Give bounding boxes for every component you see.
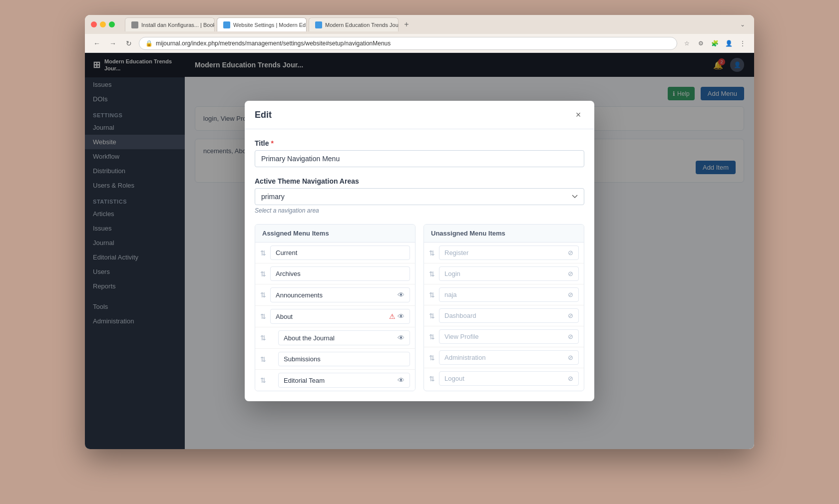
list-item: ⇅ Administration ⊘ bbox=[424, 347, 584, 368]
modal-body: Title * Active Theme Navigation Areas pr… bbox=[245, 129, 594, 401]
menu-item-archives[interactable]: Archives bbox=[270, 266, 410, 281]
close-traffic-light[interactable] bbox=[91, 21, 97, 27]
list-item: ⇅ View Profile ⊘ bbox=[424, 326, 584, 347]
eye-slash-login[interactable]: ⊘ bbox=[568, 270, 573, 277]
list-item: ⇅ Login ⊘ bbox=[424, 263, 584, 284]
drag-handle-current[interactable]: ⇅ bbox=[260, 249, 266, 257]
required-indicator: * bbox=[271, 139, 274, 147]
menu-item-view-profile[interactable]: View Profile ⊘ bbox=[439, 329, 579, 344]
eye-slash-logout[interactable]: ⊘ bbox=[568, 375, 573, 382]
eye-icon-editorial-team[interactable]: 👁 bbox=[398, 376, 405, 384]
drag-handle-dashboard[interactable]: ⇅ bbox=[429, 312, 435, 320]
drag-handle-announcements[interactable]: ⇅ bbox=[260, 291, 266, 299]
modal-close-button[interactable]: × bbox=[572, 109, 584, 121]
eye-slash-administration[interactable]: ⊘ bbox=[568, 354, 573, 361]
assigned-column-header: Assigned Menu Items bbox=[255, 225, 415, 243]
menu-item-naja-label: naja bbox=[444, 291, 457, 298]
list-item: ⇅ Editorial Team 👁 bbox=[255, 370, 415, 391]
menu-item-login[interactable]: Login ⊘ bbox=[439, 266, 579, 281]
item-icons-view-profile: ⊘ bbox=[568, 333, 573, 340]
list-item: ⇅ Logout ⊘ bbox=[424, 368, 584, 389]
menu-item-dashboard[interactable]: Dashboard ⊘ bbox=[439, 308, 579, 323]
browser-tabs: Install dan Konfiguras... | Book × Websi… bbox=[125, 17, 729, 31]
menu-item-view-profile-label: View Profile bbox=[444, 333, 478, 340]
drag-handle-about-journal[interactable]: ⇅ bbox=[260, 334, 266, 342]
window-minimize[interactable]: ⌄ bbox=[737, 19, 748, 30]
eye-slash-view-profile[interactable]: ⊘ bbox=[568, 333, 573, 340]
menu-item-administration[interactable]: Administration ⊘ bbox=[439, 350, 579, 365]
menu-item-announcements-label: Announcements bbox=[276, 291, 323, 299]
menu-item-about-journal[interactable]: About the Journal 👁 bbox=[278, 330, 410, 345]
nav-bar: ← → ↻ 🔒 mijournal.org/index.php/metrends… bbox=[85, 34, 754, 53]
menu-item-announcements[interactable]: Announcements 👁 bbox=[270, 287, 410, 302]
drag-handle-archives[interactable]: ⇅ bbox=[260, 270, 266, 278]
bookmark-icon[interactable]: ☆ bbox=[681, 38, 692, 49]
eye-slash-dashboard[interactable]: ⊘ bbox=[568, 312, 573, 319]
menu-icon[interactable]: ⋮ bbox=[737, 38, 748, 49]
title-form-group: Title * bbox=[255, 139, 584, 167]
forward-button[interactable]: → bbox=[107, 37, 119, 49]
drag-handle-editorial[interactable]: ⇅ bbox=[260, 376, 266, 384]
minimize-traffic-light[interactable] bbox=[100, 21, 106, 27]
drag-handle-naja[interactable]: ⇅ bbox=[429, 291, 435, 299]
drag-handle-logout[interactable]: ⇅ bbox=[429, 375, 435, 383]
item-icons-logout: ⊘ bbox=[568, 375, 573, 382]
unassigned-column: Unassigned Menu Items ⇅ Register ⊘ bbox=[423, 224, 584, 391]
new-tab-button[interactable]: + bbox=[401, 18, 413, 30]
browser-window: Install dan Konfiguras... | Book × Websi… bbox=[85, 15, 754, 449]
tab-3[interactable]: Modern Education Trends Jou... × bbox=[309, 17, 399, 31]
list-item: ⇅ naja ⊘ bbox=[424, 284, 584, 305]
item-icons-about: ⚠ 👁 bbox=[389, 312, 405, 320]
drag-handle-about[interactable]: ⇅ bbox=[260, 312, 266, 320]
tab-3-label: Modern Education Trends Jou... bbox=[325, 22, 399, 28]
eye-icon-about[interactable]: 👁 bbox=[398, 312, 405, 320]
menu-item-about-journal-label: About the Journal bbox=[284, 334, 335, 342]
tab-1[interactable]: Install dan Konfiguras... | Book × bbox=[125, 17, 215, 31]
modal-header: Edit × bbox=[245, 101, 594, 129]
unassigned-column-header: Unassigned Menu Items bbox=[424, 225, 584, 243]
eye-slash-register[interactable]: ⊘ bbox=[568, 249, 573, 256]
title-input[interactable] bbox=[255, 150, 584, 167]
item-icons-administration: ⊘ bbox=[568, 354, 573, 361]
menu-item-logout[interactable]: Logout ⊘ bbox=[439, 371, 579, 386]
extensions-icon[interactable]: 🧩 bbox=[709, 38, 720, 49]
profile-icon[interactable]: 👤 bbox=[723, 38, 734, 49]
menu-columns: Assigned Menu Items ⇅ Current ⇅ bbox=[255, 224, 584, 391]
menu-item-about[interactable]: About ⚠ 👁 bbox=[270, 309, 410, 324]
settings-icon[interactable]: ⚙ bbox=[695, 38, 706, 49]
eye-slash-naja[interactable]: ⊘ bbox=[568, 291, 573, 298]
back-button[interactable]: ← bbox=[91, 37, 103, 49]
menu-item-submissions-label: Submissions bbox=[284, 355, 321, 363]
warning-icon-about: ⚠ bbox=[389, 312, 396, 320]
eye-icon-about-journal[interactable]: 👁 bbox=[398, 334, 405, 342]
list-item: ⇅ Submissions bbox=[255, 349, 415, 370]
drag-handle-register[interactable]: ⇅ bbox=[429, 249, 435, 257]
url-text: mijournal.org/index.php/metrends/managem… bbox=[156, 40, 391, 47]
reload-button[interactable]: ↻ bbox=[123, 37, 135, 49]
menu-item-submissions[interactable]: Submissions bbox=[278, 352, 410, 366]
item-icons-announcements: 👁 bbox=[398, 291, 405, 299]
edit-modal: Edit × Title * Active Theme Navigation A… bbox=[245, 101, 594, 401]
list-item: ⇅ Announcements 👁 bbox=[255, 284, 415, 306]
list-item: ⇅ Archives bbox=[255, 263, 415, 284]
address-bar[interactable]: 🔒 mijournal.org/index.php/metrends/manag… bbox=[139, 37, 677, 50]
menu-item-register[interactable]: Register ⊘ bbox=[439, 246, 579, 260]
menu-item-current[interactable]: Current bbox=[270, 246, 410, 260]
drag-handle-submissions[interactable]: ⇅ bbox=[260, 355, 266, 363]
menu-item-login-label: Login bbox=[444, 270, 460, 277]
maximize-traffic-light[interactable] bbox=[109, 21, 115, 27]
list-item: ⇅ Current bbox=[255, 243, 415, 263]
menu-item-naja[interactable]: naja ⊘ bbox=[439, 287, 579, 302]
menu-item-editorial-team[interactable]: Editorial Team 👁 bbox=[278, 373, 410, 388]
list-item: ⇅ Dashboard ⊘ bbox=[424, 305, 584, 326]
nav-areas-select[interactable]: primary secondary bbox=[255, 188, 584, 205]
nav-areas-form-group: Active Theme Navigation Areas primary se… bbox=[255, 177, 584, 214]
tab-1-label: Install dan Konfiguras... | Book bbox=[141, 22, 215, 28]
drag-handle-view-profile[interactable]: ⇅ bbox=[429, 333, 435, 341]
tab-2[interactable]: Website Settings | Modern Ed... × bbox=[217, 17, 307, 31]
menu-item-dashboard-label: Dashboard bbox=[444, 312, 476, 319]
eye-icon-announcements[interactable]: 👁 bbox=[398, 291, 405, 299]
drag-handle-administration[interactable]: ⇅ bbox=[429, 354, 435, 362]
menu-item-about-label: About bbox=[276, 313, 293, 320]
drag-handle-login[interactable]: ⇅ bbox=[429, 270, 435, 278]
